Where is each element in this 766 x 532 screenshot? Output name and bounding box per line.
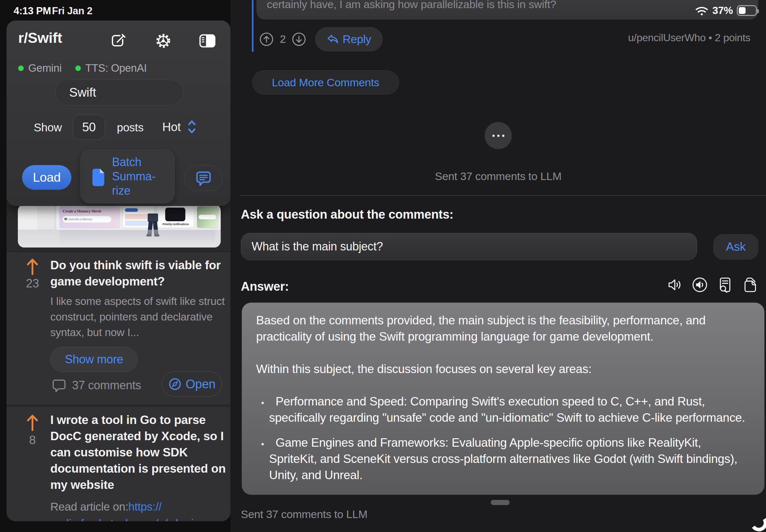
stage-wall (37, 204, 56, 230)
sort-value: Hot (162, 120, 181, 134)
compose-icon (110, 32, 127, 49)
read-article-prefix: Read article on: (50, 500, 128, 513)
answer-resize-handle[interactable] (491, 500, 510, 505)
reply-arrow-icon (326, 34, 339, 45)
orange-up-arrow-icon (25, 414, 40, 431)
answer-bullet: • Game Engines and Frameworks: Evaluatin… (256, 435, 749, 483)
answer-panel: Based on the comments provided, the main… (241, 302, 765, 495)
load-more-label: Load More Comments (272, 76, 379, 89)
copy-icon (743, 276, 758, 294)
post-thumbnail[interactable]: Create a Memory Movie Describe a Memory … (18, 204, 221, 248)
settings-button[interactable] (154, 32, 172, 50)
sort-picker[interactable] (188, 119, 196, 137)
sidebar-toggle-icon (199, 33, 216, 49)
thumb-screen-title: Create a Memory Movie (63, 209, 101, 214)
thumb-screen-pill: Describe a Memory (63, 216, 111, 223)
batch-summarize-button[interactable]: Batch Summa- rize (80, 150, 175, 203)
post-title[interactable]: Do you think swift is viable for game de… (50, 257, 230, 290)
show-posts-row: Show 50 posts Hot (6, 115, 230, 141)
chevron-up-down-icon (188, 119, 196, 135)
gear-icon (154, 32, 172, 50)
answer-paragraph: Within this subject, the discussion focu… (256, 361, 749, 377)
document-search-icon (718, 276, 733, 293)
sent-comments-status: Sent 37 comments to LLM (240, 170, 756, 183)
subreddit-input[interactable]: Swift (55, 79, 183, 105)
audio-playback-button[interactable] (691, 276, 708, 293)
answer-heading: Answer: (241, 280, 289, 294)
thumb-screen-caption: Priority notifications (157, 223, 194, 226)
gemini-status-dot (18, 66, 24, 71)
ask-button-label: Ask (726, 240, 746, 254)
post-comments-count: 37 comments (52, 379, 141, 392)
post-row[interactable]: 8 I wrote a tool in Go to parse DocC gen… (6, 406, 230, 521)
chat-bubble-icon (195, 170, 212, 186)
service-status-row: Gemini TTS: OpenAI (18, 62, 147, 74)
battery-icon (737, 5, 757, 16)
tts-service-label: TTS: OpenAI (85, 62, 147, 74)
ask-button[interactable]: Ask (713, 234, 758, 260)
more-options-button[interactable] (485, 122, 512, 149)
show-more-button[interactable]: Show more (50, 347, 138, 372)
answer-paragraph: Based on the comments provided, the main… (256, 312, 749, 345)
post-preview: I like some aspects of swift like struct… (50, 294, 229, 340)
ellipsis-icon (493, 135, 495, 137)
post-row[interactable]: 23 Do you think swift is viable for game… (6, 251, 230, 405)
subreddit-input-value: Swift (69, 85, 96, 100)
inspect-text-button[interactable] (717, 276, 734, 293)
ask-question-heading: Ask a question about the comments: (241, 208, 454, 222)
bullet-text: Game Engines and Frameworks: Evaluating … (269, 435, 749, 483)
question-input-value: What is the main subject? (251, 240, 383, 253)
downvote-circle-icon (291, 32, 306, 47)
tts-status-dot (75, 66, 81, 71)
load-more-comments-button[interactable]: Load More Comments (252, 70, 399, 94)
copy-answer-button[interactable] (742, 276, 759, 293)
keynote-screens: Create a Memory Movie Describe a Memory … (59, 206, 219, 228)
status-bar: 4:13 PM Fri Jan 2 37% (0, 0, 766, 21)
downvote-button[interactable] (291, 32, 306, 47)
answer-bullet: • Performance and Speed: Comparing Swift… (256, 393, 749, 426)
chat-button[interactable] (184, 165, 223, 191)
reply-label: Reply (343, 33, 371, 46)
app-screen: certainly have, I am asking how parallel… (0, 0, 766, 532)
compose-button[interactable] (110, 32, 127, 50)
post-link-row: Read article on:https://nedimf.substack.… (50, 498, 229, 521)
speaker-circle-icon (692, 277, 708, 293)
answer-toolbar (666, 276, 759, 293)
posts-label: posts (117, 121, 143, 134)
wifi-icon (695, 6, 709, 16)
post-vote-count: 23 (16, 277, 49, 290)
phone-graphic (165, 208, 185, 221)
sidebar: Create a Memory Movie Describe a Memory … (6, 20, 230, 521)
open-post-button[interactable]: Open (162, 371, 222, 397)
bullet-dot: • (256, 393, 269, 426)
post-vote-count: 8 (16, 433, 49, 447)
orange-up-arrow-icon (25, 258, 40, 275)
comment-score: 2 (280, 33, 286, 45)
document-icon (91, 167, 107, 186)
post-title[interactable]: I wrote a tool in Go to parse DocC gener… (50, 412, 230, 493)
section-divider (240, 195, 766, 196)
upvote-button[interactable] (259, 32, 274, 47)
speak-answer-button[interactable] (666, 276, 683, 293)
upvote-circle-icon (259, 32, 274, 47)
post-upvote-arrow[interactable] (25, 258, 40, 275)
sent-comments-status-bottom: Sent 37 comments to LLM (241, 508, 367, 521)
llm-service-label: Gemini (28, 62, 62, 74)
question-input[interactable]: What is the main subject? (241, 233, 697, 260)
speaker-wave-icon (666, 277, 683, 292)
subreddit-title: r/Swift (18, 30, 62, 46)
comment-attribution: u/pencilUserWho • 2 points (628, 32, 750, 44)
post-upvote-arrow[interactable] (25, 414, 40, 431)
comment-bubble-icon (52, 379, 66, 392)
bullet-dot: • (256, 435, 269, 483)
load-button[interactable]: Load (22, 165, 71, 190)
reply-button[interactable]: Reply (315, 27, 383, 51)
toggle-sidebar-button[interactable] (199, 32, 216, 50)
battery-percent: 37% (712, 5, 733, 17)
clock-time: 4:13 PM (14, 5, 51, 17)
comment-vote-row: 2 Reply u/pencilUserWho • 2 points (259, 27, 759, 53)
post-count-stepper[interactable]: 50 (73, 115, 105, 140)
bullet-text: Performance and Speed: Comparing Swift's… (269, 393, 749, 426)
batch-summarize-label: Batch Summa- rize (112, 155, 155, 198)
subreddit-control-card: r/Swift Gemini TTS: OpenAI Swift Show (6, 20, 230, 206)
